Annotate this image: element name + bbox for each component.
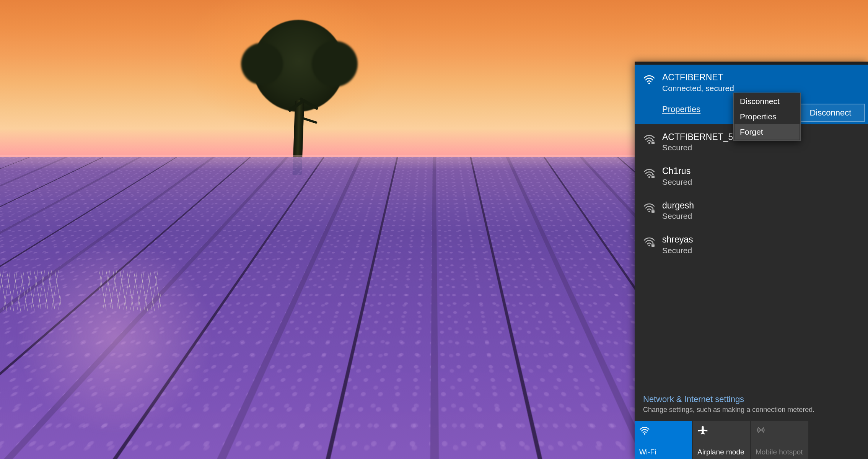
network-context-menu: Disconnect Properties Forget	[733, 93, 801, 141]
svg-point-7	[648, 245, 650, 246]
network-item[interactable]: Ch1rusSecured	[635, 158, 868, 193]
connected-status: Connected, secured	[662, 84, 860, 93]
airplane-icon	[697, 425, 708, 436]
svg-rect-2	[651, 142, 655, 144]
network-status: Secured	[662, 212, 860, 221]
connected-ssid: ACTFIBERNET	[662, 72, 860, 83]
svg-point-1	[648, 142, 650, 143]
svg-rect-6	[651, 210, 655, 213]
network-ssid: shreyas	[662, 234, 860, 245]
properties-link[interactable]: Properties	[662, 104, 700, 114]
desktop: ACTFIBERNET Connected, secured Propertie…	[0, 0, 868, 459]
network-item-connected[interactable]: ACTFIBERNET Connected, secured Propertie…	[635, 65, 868, 124]
disconnect-button[interactable]: Disconnect	[796, 104, 865, 122]
wifi-secured-icon	[643, 235, 655, 247]
settings-title: Network & Internet settings	[643, 394, 860, 404]
network-status: Secured	[662, 177, 860, 187]
network-status: Secured	[662, 246, 860, 255]
network-settings-link[interactable]: Network & Internet settings Change setti…	[635, 389, 868, 421]
wifi-secured-icon	[643, 201, 655, 213]
settings-subtitle: Change settings, such as making a connec…	[643, 406, 860, 414]
ctx-forget[interactable]: Forget	[734, 124, 800, 140]
wifi-secured-icon	[643, 133, 655, 145]
network-list: ACTFIBERNET Connected, secured Propertie…	[635, 65, 868, 389]
wifi-secured-icon	[643, 167, 655, 179]
svg-rect-8	[651, 244, 655, 247]
wallpaper-tree	[245, 20, 352, 169]
ctx-properties[interactable]: Properties	[734, 109, 800, 124]
ctx-disconnect[interactable]: Disconnect	[734, 94, 800, 109]
network-flyout: ACTFIBERNET Connected, secured Propertie…	[635, 62, 868, 459]
wifi-icon	[639, 425, 650, 436]
action-airplane[interactable]: Airplane mode	[693, 421, 751, 459]
action-hotspot-label: Mobile hotspot	[756, 448, 804, 456]
svg-point-3	[648, 176, 650, 178]
network-ssid: Ch1rus	[662, 166, 860, 177]
svg-point-9	[644, 433, 645, 435]
svg-rect-4	[651, 176, 655, 178]
quick-actions: Wi-Fi Airplane mode Mobile hotspot	[635, 421, 868, 459]
network-ssid: durgesh	[662, 200, 860, 211]
network-item[interactable]: shreyasSecured	[635, 227, 868, 261]
network-item[interactable]: durgeshSecured	[635, 193, 868, 227]
svg-point-10	[760, 429, 762, 431]
svg-point-0	[648, 83, 650, 85]
network-status: Secured	[662, 143, 860, 152]
action-wifi[interactable]: Wi-Fi	[635, 421, 693, 459]
hotspot-icon	[756, 425, 766, 436]
action-wifi-label: Wi-Fi	[639, 448, 687, 456]
action-hotspot[interactable]: Mobile hotspot	[751, 421, 809, 459]
svg-point-5	[648, 211, 650, 212]
wifi-icon	[643, 73, 655, 85]
action-airplane-label: Airplane mode	[697, 448, 746, 456]
